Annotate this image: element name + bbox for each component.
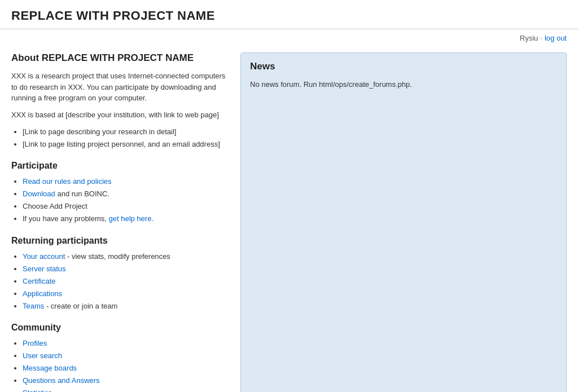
list-item: Questions and Answers [23, 375, 231, 387]
page-title: REPLACE WITH PROJECT NAME [11, 8, 567, 23]
community-list: Profiles User search Message boards Ques… [23, 337, 231, 392]
about-heading: About REPLACE WITH PROJECT NAME [11, 52, 231, 64]
list-item: [Link to page describing your research i… [23, 126, 231, 138]
community-heading: Community [11, 323, 231, 333]
returning-list: Your account - view stats, modify prefer… [23, 250, 231, 312]
list-item: Message boards [23, 362, 231, 375]
profiles-link[interactable]: Profiles [23, 339, 47, 347]
news-heading: News [250, 61, 557, 72]
list-item: Certificate [23, 275, 231, 288]
list-item: Read our rules and policies [23, 175, 231, 188]
list-item: Server status [23, 263, 231, 275]
list-item: User search [23, 350, 231, 362]
teams-link[interactable]: Teams [23, 302, 44, 310]
list-item: Teams - create or join a team [23, 300, 231, 312]
list-item: Your account - view stats, modify prefer… [23, 250, 231, 263]
applications-link[interactable]: Applications [23, 289, 62, 298]
about-links-list: [Link to page describing your research i… [23, 126, 231, 151]
your-account-link[interactable]: Your account [23, 252, 65, 261]
help-link[interactable]: get help here. [108, 214, 154, 223]
list-item: Download and run BOINC. [23, 188, 231, 200]
participate-list: Read our rules and policies Download and… [23, 175, 231, 225]
statistics-link[interactable]: Statistics [23, 389, 52, 392]
user-search-link[interactable]: User search [23, 351, 62, 360]
about-paragraph-1: XXX is a research project that uses Inte… [11, 71, 231, 104]
server-status-link[interactable]: Server status [23, 265, 66, 273]
about-paragraph-2: XXX is based at [describe your instituti… [11, 109, 231, 121]
certificate-link[interactable]: Certificate [23, 277, 56, 285]
news-message: No news forum. Run html/ops/create_forum… [250, 80, 557, 89]
list-item: If you have any problems, get help here. [23, 213, 231, 225]
download-link[interactable]: Download [23, 190, 55, 198]
rules-link[interactable]: Read our rules and policies [23, 177, 112, 186]
list-item: Profiles [23, 337, 231, 350]
username-label: Rysiu [520, 34, 538, 42]
message-boards-link[interactable]: Message boards [23, 364, 77, 372]
list-item: [Link to page listing project personnel,… [23, 138, 231, 151]
returning-heading: Returning participants [11, 236, 231, 246]
questions-answers-link[interactable]: Questions and Answers [23, 376, 100, 385]
logout-link[interactable]: log out [545, 34, 567, 42]
list-item: Choose Add Project [23, 200, 231, 213]
topbar-separator: · [540, 34, 542, 42]
list-item: Applications [23, 288, 231, 300]
list-item: Statistics [23, 387, 231, 392]
participate-heading: Participate [11, 161, 231, 171]
